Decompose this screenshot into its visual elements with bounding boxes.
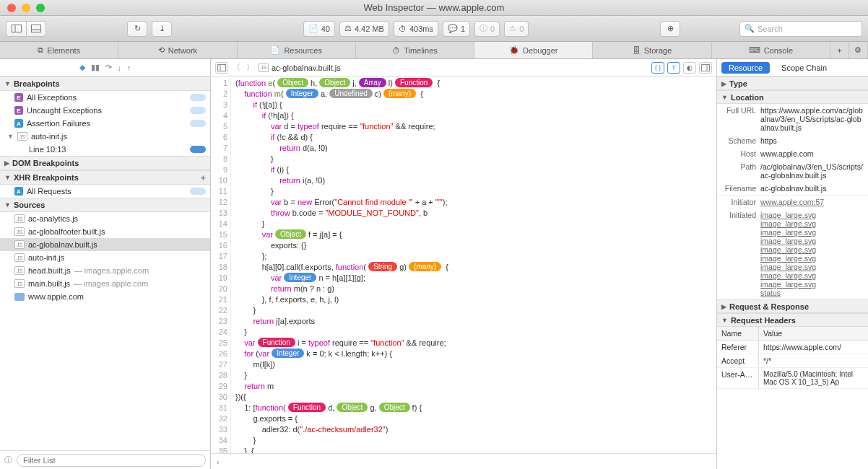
step-over-button[interactable]: ↷ <box>105 63 112 72</box>
editor: 〈 〉 JSac-globalnav.built.js { } T ◐ 1234… <box>211 59 716 469</box>
toggle-details-button[interactable] <box>699 62 712 74</box>
source-item[interactable]: JShead.built.js — images.apple.com <box>0 264 210 277</box>
pretty-print-button[interactable]: { } <box>651 62 664 74</box>
initiator-link[interactable]: www.apple.com:57 <box>760 198 824 206</box>
filter-input[interactable] <box>17 454 206 467</box>
svg-rect-6 <box>702 64 710 71</box>
toggle-navigator-button[interactable] <box>215 62 228 74</box>
initiated-link[interactable]: image_large.svg <box>760 228 816 237</box>
bp-file[interactable]: ▼JSauto-init.js <box>0 130 210 143</box>
tab-storage[interactable]: 🗄Storage <box>593 42 711 58</box>
coverage-button[interactable]: ◐ <box>683 62 696 74</box>
add-xhr-bp-button[interactable]: + <box>200 172 206 183</box>
issues-icon[interactable]: ⓘ <box>4 455 12 465</box>
type-section[interactable]: ▶Type <box>717 76 868 90</box>
req-resp-section[interactable]: ▶Request & Response <box>717 299 868 313</box>
toggle-left-sidebar-button[interactable] <box>6 21 26 37</box>
details-tab-resource[interactable]: Resource <box>721 62 770 74</box>
initiated-link[interactable]: image_large.svg <box>760 219 816 228</box>
resources-metric[interactable]: 📄 40 <box>303 21 335 37</box>
tab-console[interactable]: ⌨Console <box>712 42 830 58</box>
nav-back-button[interactable]: 〈 <box>233 62 240 73</box>
errors-metric[interactable]: ⓘ 0 <box>474 21 500 37</box>
initiated-link[interactable]: image_large.svg <box>760 211 816 219</box>
step-into-button[interactable]: ↓ <box>118 63 122 72</box>
toggle-bottom-panel-button[interactable] <box>26 21 46 37</box>
req-headers-section[interactable]: ▼Request Headers <box>717 313 868 327</box>
window-title: Web Inspector — www.apple.com <box>0 2 868 13</box>
breakpoint-toggle-icon[interactable]: ◆ <box>79 63 85 72</box>
filter-bar: ⓘ <box>0 450 210 469</box>
svg-rect-2 <box>32 25 41 32</box>
source-item[interactable]: JSauto-init.js <box>0 251 210 264</box>
header-row: Refererhttps://www.apple.com/ <box>717 341 868 354</box>
breakpoints-header[interactable]: ▼Breakpoints <box>0 76 210 91</box>
source-item[interactable]: JSac-analytics.js <box>0 212 210 225</box>
toolbar: ↻ ⤓ 📄 40 ⚖ 4.42 MB ⏱ 403ms 💬 1 ⓘ 0 ⚠ 0 ⊕… <box>0 16 868 42</box>
console-prompt[interactable]: › <box>211 453 716 469</box>
bp-uncaught-exceptions[interactable]: EUncaught Exceptions <box>0 104 210 117</box>
code-content[interactable]: (function e( Object h, Object j, Array l… <box>231 76 716 453</box>
location-section[interactable]: ▼Location <box>717 90 868 104</box>
tab-settings[interactable]: ⚙ <box>849 42 868 58</box>
line-gutter[interactable]: 1234567891011121314151617181920212223242… <box>211 76 231 453</box>
inspect-element-button[interactable]: ⊕ <box>660 21 680 37</box>
tab-timelines[interactable]: ⏱Timelines <box>356 42 474 58</box>
initiated-link[interactable]: image_large.svg <box>760 263 816 271</box>
initiated-link[interactable]: image_large.svg <box>760 237 816 245</box>
tab-network[interactable]: ⟲Network <box>118 42 237 58</box>
breadcrumb[interactable]: JSac-globalnav.built.js <box>259 63 341 72</box>
xhr-breakpoints-header[interactable]: ▼XHR Breakpoints+ <box>0 170 210 185</box>
time-metric[interactable]: ⏱ 403ms <box>394 21 438 37</box>
sources-header[interactable]: ▼Sources <box>0 198 210 212</box>
sidebar-right: Resource Scope Chain ▶Type ▼Location Ful… <box>716 59 868 469</box>
size-metric[interactable]: ⚖ 4.42 MB <box>339 21 389 37</box>
svg-rect-0 <box>12 25 21 32</box>
initiated-link[interactable]: image_large.svg <box>760 245 816 254</box>
tab-add[interactable]: + <box>830 42 849 58</box>
dom-breakpoints-header[interactable]: ▶DOM Breakpoints <box>0 156 210 170</box>
source-item[interactable]: JSac-globalnav.built.js <box>0 238 210 251</box>
initiated-link[interactable]: image_large.svg <box>760 280 816 289</box>
type-profile-button[interactable]: T <box>667 62 680 74</box>
svg-rect-4 <box>218 64 226 71</box>
download-button[interactable]: ⤓ <box>152 21 172 37</box>
header-row: Accept*/* <box>717 354 868 368</box>
nav-forward-button[interactable]: 〉 <box>246 62 254 73</box>
tab-resources[interactable]: 📄Resources <box>238 42 356 58</box>
header-row: User-A…Mozilla/5.0 (Macintosh; Intel Mac… <box>717 368 868 389</box>
source-item[interactable]: JSac-globalfooter.built.js <box>0 225 210 238</box>
source-item[interactable]: JSmain.built.js — images.apple.com <box>0 277 210 290</box>
search-field[interactable]: 🔍 Search <box>739 21 862 37</box>
details-tab-scope[interactable]: Scope Chain <box>774 62 834 74</box>
bp-all-exceptions[interactable]: EAll Exceptions <box>0 91 210 104</box>
sidebar-left: ◆ ▮▮ ↷ ↓ ↑ ▼Breakpoints EAll Exceptions … <box>0 59 211 469</box>
initiated-link[interactable]: image_large.svg <box>760 254 816 263</box>
pause-button[interactable]: ▮▮ <box>91 63 100 72</box>
source-item[interactable]: www.apple.com <box>0 290 210 303</box>
bp-line[interactable]: Line 10:13 <box>0 143 210 156</box>
full-url-value[interactable]: https://www.apple.com/ac/globalnav/3/en_… <box>760 106 864 132</box>
tab-debugger[interactable]: 🐞Debugger <box>474 42 593 58</box>
warnings-metric[interactable]: ⚠ 0 <box>504 21 529 37</box>
tab-elements[interactable]: ⧉Elements <box>0 42 118 58</box>
logs-metric[interactable]: 💬 1 <box>443 21 470 37</box>
debugger-controls: ◆ ▮▮ ↷ ↓ ↑ <box>0 59 210 76</box>
initiated-link[interactable]: status <box>760 289 781 297</box>
initiated-link[interactable]: image_large.svg <box>760 271 816 280</box>
tabbar: ⧉Elements ⟲Network 📄Resources ⏱Timelines… <box>0 42 868 59</box>
bp-all-requests[interactable]: AAll Requests <box>0 185 210 198</box>
step-out-button[interactable]: ↑ <box>127 63 131 72</box>
search-icon: 🔍 <box>745 24 755 33</box>
titlebar: Web Inspector — www.apple.com <box>0 0 868 16</box>
reload-button[interactable]: ↻ <box>127 21 147 37</box>
bp-assertion-failures[interactable]: AAssertion Failures <box>0 117 210 130</box>
